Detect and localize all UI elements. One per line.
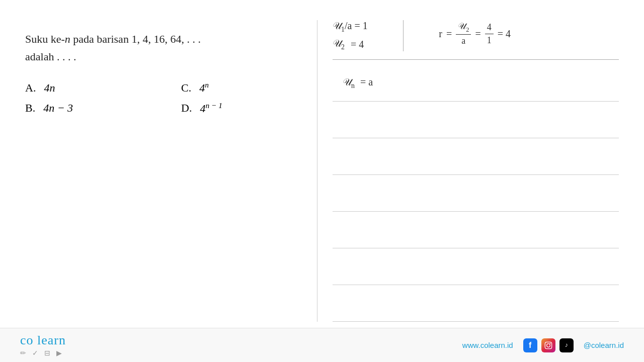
tool-check[interactable]: ✓ (32, 349, 38, 357)
fraction-4-1: 4 1 (485, 21, 494, 47)
u1-line: 𝒰1/a = 1 (333, 20, 368, 34)
question-line1: Suku ke-n pada barisan 1, 4, 16, 64, . .… (25, 30, 317, 48)
option-d-label: D. (181, 102, 192, 115)
work-line-3 (333, 138, 619, 175)
work-line-7 (333, 285, 619, 322)
option-c: C. 4n (181, 80, 317, 95)
option-d: D. 4n − 1 (181, 101, 317, 115)
footer-url: www.colearn.id (462, 341, 513, 349)
option-b-expr: 4n − 3 (43, 102, 73, 115)
options-grid: A. 4n C. 4n B. 4n − 3 D. 4n − 1 (25, 80, 317, 115)
tool-pencil[interactable]: ✏ (20, 349, 26, 357)
question-panel: Suku ke-n pada barisan 1, 4, 16, 64, . .… (25, 20, 317, 322)
tool-minus[interactable]: ⊟ (44, 349, 50, 357)
footer-logo: co learn (20, 333, 66, 348)
tool-play[interactable]: ▶ (56, 349, 62, 357)
footer-right: www.colearn.id f ♪ @colearn.id (462, 338, 624, 352)
facebook-icon[interactable]: f (523, 338, 537, 352)
option-d-expr: 4n − 1 (200, 101, 222, 115)
work-line-6 (333, 248, 619, 285)
footer-tools: ✏ ✓ ⊟ ▶ (20, 349, 66, 357)
italic-n: n (65, 33, 70, 45)
divider (403, 20, 404, 51)
work-lines: 𝒰n = a (333, 65, 619, 322)
tiktok-icon[interactable]: ♪ (559, 338, 574, 352)
question-line2: adalah . . . . (25, 48, 317, 65)
option-a-expr: 4n (44, 81, 55, 95)
footer: co learn ✏ ✓ ⊟ ▶ www.colearn.id f ♪ @col… (0, 328, 644, 362)
option-c-expr: 4n (199, 80, 209, 95)
option-c-label: C. (181, 81, 191, 95)
r-equation: r = 𝒰2 a = 4 1 = 4 (439, 20, 511, 47)
option-a-label: A. (25, 81, 36, 95)
svg-rect-0 (545, 342, 551, 348)
work-area-panel: 𝒰1/a = 1 𝒰2 = 4 r = 𝒰2 a = (317, 20, 619, 322)
work-block-left: 𝒰1/a = 1 𝒰2 = 4 (333, 20, 368, 51)
logo-co: co (20, 333, 34, 347)
un-equation: 𝒰n = a (343, 76, 373, 90)
u2-line: 𝒰2 = 4 (333, 38, 368, 51)
work-area-top: 𝒰1/a = 1 𝒰2 = 4 r = 𝒰2 a = (333, 20, 619, 60)
work-line-1: 𝒰n = a (333, 65, 619, 102)
logo-learn: learn (37, 333, 66, 347)
fraction-u2-a: 𝒰2 a (456, 20, 471, 47)
option-a: A. 4n (25, 80, 161, 95)
footer-handle: @colearn.id (584, 341, 624, 349)
work-line-4 (333, 175, 619, 212)
work-line-5 (333, 212, 619, 248)
work-block-right: r = 𝒰2 a = 4 1 = 4 (439, 20, 511, 51)
svg-point-1 (546, 343, 550, 347)
option-b-label: B. (25, 102, 35, 115)
social-icons: f ♪ (523, 338, 574, 352)
svg-point-2 (549, 343, 550, 344)
instagram-icon[interactable] (541, 338, 555, 352)
question-text: Suku ke-n pada barisan 1, 4, 16, 64, . .… (25, 30, 317, 65)
option-b: B. 4n − 3 (25, 101, 161, 115)
work-line-2 (333, 102, 619, 138)
